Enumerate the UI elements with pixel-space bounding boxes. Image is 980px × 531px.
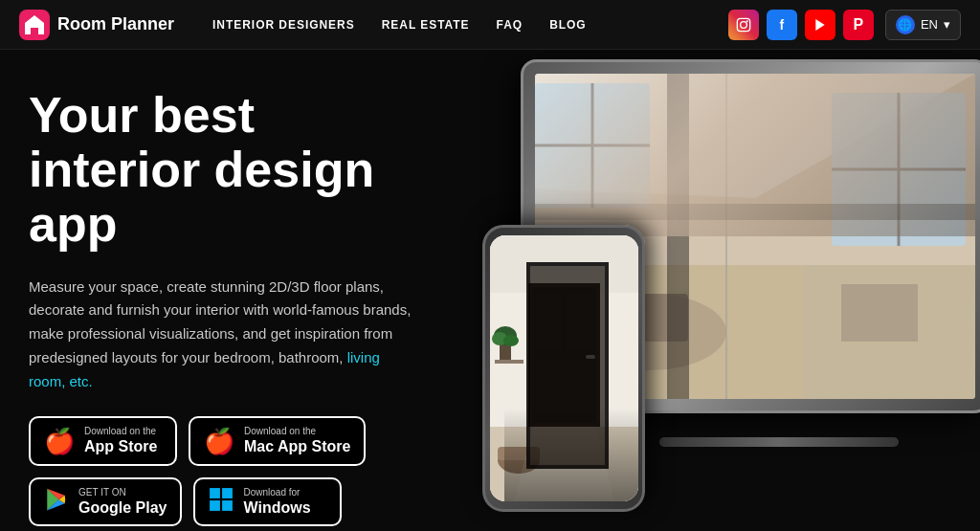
google-play-small: GET IT ON xyxy=(78,487,167,498)
svg-rect-1 xyxy=(737,18,749,31)
flag-icon: 🌐 xyxy=(896,15,915,34)
svg-marker-26 xyxy=(490,427,638,501)
app-store-large: App Store xyxy=(84,437,157,455)
nav-item-faq[interactable]: FAQ xyxy=(497,18,523,32)
svg-point-2 xyxy=(741,21,747,28)
chevron-down-icon: ▾ xyxy=(944,17,950,32)
hero-text-block: Your best interior design app Measure yo… xyxy=(29,88,431,393)
nav-item-interior-designers[interactable]: INTERIOR DESIGNERS xyxy=(212,18,355,32)
svg-rect-14 xyxy=(832,93,966,246)
windows-text: Download for Windows xyxy=(243,487,310,517)
nav-item-real-estate[interactable]: REAL ESTATE xyxy=(382,18,470,32)
windows-icon xyxy=(209,487,234,516)
logo[interactable]: Room Planner xyxy=(19,10,174,40)
phone-room-svg xyxy=(490,235,638,501)
nav-item-blog[interactable]: BLOG xyxy=(549,18,587,32)
mac-app-store-large: Mac App Store xyxy=(244,437,350,455)
apple-mac-icon: 🍎 xyxy=(204,429,234,454)
google-play-text: GET IT ON Google Play xyxy=(78,487,167,517)
svg-marker-41 xyxy=(514,427,614,501)
svg-rect-6 xyxy=(223,488,234,498)
social-icons: f P xyxy=(728,10,874,40)
svg-rect-33 xyxy=(586,355,595,359)
instagram-button[interactable] xyxy=(728,10,759,40)
nav-links: INTERIOR DESIGNERS REAL ESTATE FAQ BLOG xyxy=(212,18,728,32)
language-selector[interactable]: 🌐 EN ▾ xyxy=(885,10,961,40)
lang-label: EN xyxy=(921,17,938,32)
youtube-icon xyxy=(813,17,828,33)
windows-large: Windows xyxy=(243,498,310,517)
apple-icon: 🍎 xyxy=(44,429,75,454)
tablet-stand-base xyxy=(659,437,899,447)
svg-rect-34 xyxy=(495,360,523,364)
windows-button[interactable]: Download for Windows xyxy=(193,477,342,526)
facebook-button[interactable]: f xyxy=(767,10,797,40)
svg-rect-30 xyxy=(536,293,562,350)
logo-text: Room Planner xyxy=(57,14,174,34)
mac-app-store-text: Download on the Mac App Store xyxy=(244,426,350,455)
phone-screen xyxy=(490,235,638,501)
google-play-icon xyxy=(44,487,69,516)
svg-rect-5 xyxy=(211,488,221,498)
google-play-large: Google Play xyxy=(78,498,167,517)
pinterest-icon: P xyxy=(854,16,864,33)
download-buttons: 🍎 Download on the App Store 🍎 Download o… xyxy=(29,416,431,525)
main-content: Your best interior design app Measure yo… xyxy=(0,50,980,531)
svg-rect-27 xyxy=(490,235,638,293)
navbar: Room Planner INTERIOR DESIGNERS REAL EST… xyxy=(0,0,980,50)
windows-small: Download for xyxy=(243,487,310,498)
svg-rect-24 xyxy=(841,284,918,342)
svg-rect-32 xyxy=(536,360,592,412)
logo-icon xyxy=(19,10,50,40)
app-store-text: Download on the App Store xyxy=(84,426,157,455)
svg-marker-4 xyxy=(815,19,824,31)
svg-rect-7 xyxy=(211,500,221,511)
app-store-small: Download on the xyxy=(84,426,157,437)
svg-rect-29 xyxy=(532,287,596,423)
left-panel: Your best interior design app Measure yo… xyxy=(0,50,459,531)
youtube-button[interactable] xyxy=(805,10,835,40)
svg-point-3 xyxy=(746,20,748,22)
app-store-button[interactable]: 🍎 Download on the App Store xyxy=(29,416,177,465)
device-mockups xyxy=(425,50,980,531)
phone-mockup xyxy=(482,225,645,512)
svg-rect-40 xyxy=(498,447,540,460)
svg-point-39 xyxy=(498,447,540,474)
mac-app-store-small: Download on the xyxy=(244,426,350,437)
google-play-button[interactable]: GET IT ON Google Play xyxy=(29,477,182,526)
svg-rect-17 xyxy=(535,83,650,208)
facebook-icon: f xyxy=(780,17,785,33)
svg-point-37 xyxy=(492,332,507,345)
pinterest-button[interactable]: P xyxy=(843,10,874,40)
svg-rect-31 xyxy=(567,293,592,350)
svg-rect-28 xyxy=(528,283,600,427)
hero-description: Measure your space, create stunning 2D/3… xyxy=(29,276,412,394)
mac-app-store-button[interactable]: 🍎 Download on the Mac App Store xyxy=(189,416,366,465)
hero-title: Your best interior design app xyxy=(29,88,431,253)
svg-marker-11 xyxy=(535,74,975,198)
svg-point-38 xyxy=(503,335,519,346)
svg-rect-8 xyxy=(223,500,234,511)
svg-rect-23 xyxy=(803,265,975,399)
